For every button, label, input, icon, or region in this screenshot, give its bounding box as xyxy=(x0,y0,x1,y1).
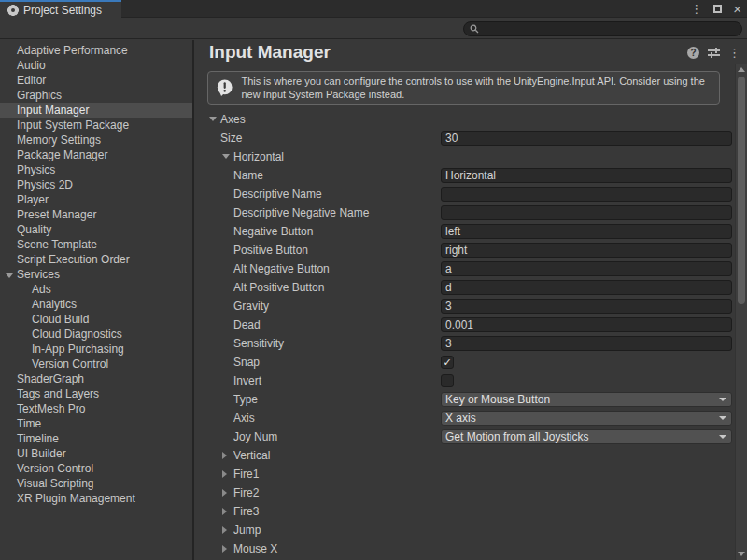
text-field-gravity[interactable] xyxy=(441,299,732,314)
foldout-icon[interactable] xyxy=(6,273,13,278)
row-label: Positive Button xyxy=(233,241,308,259)
row-field: Key or Mouse Button xyxy=(441,392,732,407)
sidebar-item-cloud-diagnostics[interactable]: Cloud Diagnostics xyxy=(0,327,192,342)
foldout-open-icon[interactable] xyxy=(209,117,217,121)
sidebar-item-ui-builder[interactable]: UI Builder xyxy=(0,446,192,461)
sidebar-item-input-system-package[interactable]: Input System Package xyxy=(0,118,192,133)
sidebar-item-version-control[interactable]: Version Control xyxy=(0,461,192,476)
text-field-positive-button[interactable] xyxy=(441,243,732,258)
search-box[interactable] xyxy=(463,21,742,36)
sidebar-item-quality[interactable]: Quality xyxy=(0,222,192,237)
sidebar-item-analytics[interactable]: Analytics xyxy=(0,297,192,312)
dropdown-joy-num[interactable]: Get Motion from all Joysticks xyxy=(441,429,732,444)
text-field-dead[interactable] xyxy=(441,317,732,332)
row-label: Gravity xyxy=(233,297,269,315)
sidebar-item-version-control[interactable]: Version Control xyxy=(0,357,192,371)
help-icon[interactable]: ? xyxy=(687,47,699,59)
sidebar-item-timeline[interactable]: Timeline xyxy=(0,431,192,446)
text-field-name[interactable] xyxy=(441,168,732,183)
row-label: Type xyxy=(233,390,258,409)
search-input[interactable] xyxy=(483,23,736,35)
sidebar-item-adaptive-performance[interactable]: Adaptive Performance xyxy=(0,43,192,58)
foldout-closed-icon[interactable] xyxy=(222,470,227,478)
sidebar-item-cloud-build[interactable]: Cloud Build xyxy=(0,312,192,327)
sidebar-item-scene-template[interactable]: Scene Template xyxy=(0,237,192,252)
row-label: Name xyxy=(233,166,263,185)
sidebar-item-label: Cloud Diagnostics xyxy=(32,327,122,342)
scroll-down-icon[interactable] xyxy=(736,549,747,559)
sidebar-item-textmesh-pro[interactable]: TextMesh Pro xyxy=(0,401,192,416)
scrollbar-thumb[interactable] xyxy=(738,77,745,304)
dropdown-type[interactable]: Key or Mouse Button xyxy=(441,392,732,407)
text-field-negative-button[interactable] xyxy=(441,224,732,239)
sidebar-item-physics[interactable]: Physics xyxy=(0,162,192,177)
sidebar-item-ads[interactable]: Ads xyxy=(0,282,192,297)
sidebar-item-in-app-purchasing[interactable]: In-App Purchasing xyxy=(0,342,192,357)
sidebar-item-input-manager[interactable]: Input Manager xyxy=(0,103,192,118)
sidebar-item-time[interactable]: Time xyxy=(0,416,192,431)
info-icon xyxy=(216,76,233,100)
sidebar-item-physics-2d[interactable]: Physics 2D xyxy=(0,177,192,192)
row-positive-button: Positive Button xyxy=(196,241,735,259)
sidebar-item-label: Time xyxy=(17,416,41,431)
sidebar-item-audio[interactable]: Audio xyxy=(0,58,192,73)
row-label: Axes xyxy=(220,110,246,129)
sidebar-item-label: Cloud Build xyxy=(32,312,89,327)
window-menu-icon[interactable]: ⋮ xyxy=(690,0,702,18)
tab-project-settings[interactable]: Project Settings xyxy=(0,0,121,18)
row-label: Fire3 xyxy=(233,502,259,521)
text-field-sensitivity[interactable] xyxy=(441,336,732,351)
row-dead: Dead xyxy=(196,315,735,334)
sidebar-item-script-execution-order[interactable]: Script Execution Order xyxy=(0,252,192,267)
close-icon[interactable]: × xyxy=(733,0,741,18)
foldout-closed-icon[interactable] xyxy=(222,489,227,497)
sidebar-item-memory-settings[interactable]: Memory Settings xyxy=(0,133,192,147)
sidebar-item-xr-plugin-management[interactable]: XR Plugin Management xyxy=(0,491,192,506)
checkbox-invert[interactable] xyxy=(441,374,454,387)
row-label: Jump xyxy=(233,521,261,539)
foldout-closed-icon[interactable] xyxy=(222,508,227,515)
row-field xyxy=(441,187,732,202)
info-box: This is where you can configure the cont… xyxy=(207,71,720,105)
row-field xyxy=(441,131,732,146)
text-field-alt-negative-button[interactable] xyxy=(441,261,732,276)
row-label: Dead xyxy=(233,315,261,334)
sidebar-item-editor[interactable]: Editor xyxy=(0,73,192,88)
sidebar-item-visual-scripting[interactable]: Visual Scripting xyxy=(0,476,192,491)
row-label: Size xyxy=(220,129,242,147)
sidebar-item-package-manager[interactable]: Package Manager xyxy=(0,147,192,162)
checkbox-snap[interactable]: ✓ xyxy=(441,356,454,369)
row-negative-button: Negative Button xyxy=(196,222,735,241)
sidebar-item-tags-and-layers[interactable]: Tags and Layers xyxy=(0,386,192,401)
row-descriptive-name: Descriptive Name xyxy=(196,185,735,203)
sidebar-item-services[interactable]: Services xyxy=(0,267,192,282)
row-horizontal: Horizontal xyxy=(196,147,735,166)
sidebar-item-shadergraph[interactable]: ShaderGraph xyxy=(0,371,192,386)
presets-icon[interactable] xyxy=(708,47,720,58)
foldout-open-icon[interactable] xyxy=(222,154,230,159)
panel-menu-icon[interactable]: ⋮ xyxy=(728,46,740,60)
text-field-size[interactable] xyxy=(441,131,732,146)
sidebar-item-label: Package Manager xyxy=(17,147,107,162)
row-type: Type Key or Mouse Button xyxy=(196,390,735,409)
text-field-alt-positive-button[interactable] xyxy=(441,280,732,295)
foldout-closed-icon[interactable] xyxy=(222,545,227,553)
text-field-descriptive-name[interactable] xyxy=(441,187,732,202)
sidebar-item-player[interactable]: Player xyxy=(0,192,192,207)
dropdown-axis[interactable]: X axis xyxy=(441,411,732,426)
chevron-down-icon xyxy=(719,435,726,439)
text-field-descriptive-negative-name[interactable] xyxy=(441,205,732,220)
maximize-icon[interactable] xyxy=(713,0,722,18)
foldout-closed-icon[interactable] xyxy=(222,452,227,459)
scroll-up-icon[interactable] xyxy=(736,64,747,75)
row-field xyxy=(441,168,732,183)
row-field xyxy=(441,336,732,351)
sidebar-item-graphics[interactable]: Graphics xyxy=(0,88,192,103)
info-text: This is where you can configure the cont… xyxy=(241,75,712,101)
row-alt-negative-button: Alt Negative Button xyxy=(196,259,735,278)
vertical-scrollbar[interactable] xyxy=(735,64,747,560)
foldout-closed-icon[interactable] xyxy=(222,526,227,534)
sidebar-item-preset-manager[interactable]: Preset Manager xyxy=(0,207,192,222)
row-label: Horizontal xyxy=(233,147,284,166)
row-fire3: Fire3 xyxy=(196,502,735,521)
